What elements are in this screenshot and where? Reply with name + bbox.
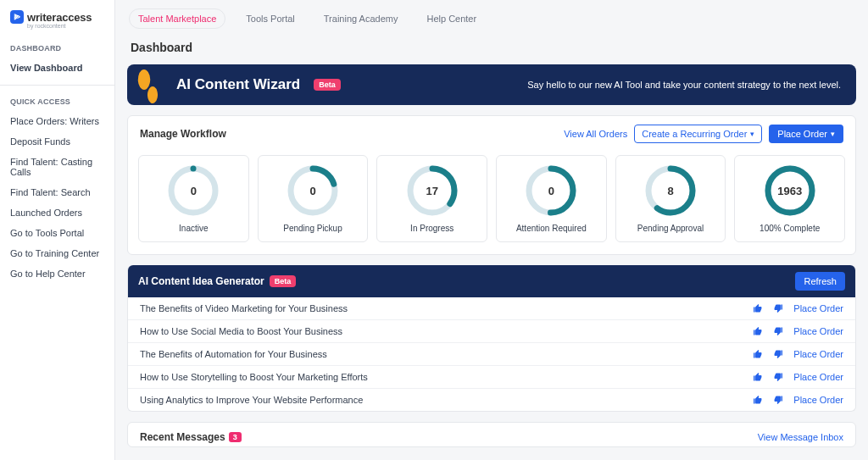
gauge-label: Inactive xyxy=(179,224,208,233)
sidebar-item-help-center[interactable]: Go to Help Center xyxy=(0,263,114,284)
idea-row: Using Analytics to Improve Your Website … xyxy=(128,389,855,411)
tab-training-academy[interactable]: Training Academy xyxy=(315,9,407,28)
idea-place-order-link[interactable]: Place Order xyxy=(793,303,843,313)
sidebar-item-find-talent-search[interactable]: Find Talent: Search xyxy=(0,182,114,202)
top-nav: Talent Marketplace Tools Portal Training… xyxy=(115,0,868,34)
gauge-ring: 0 xyxy=(167,164,220,217)
chevron-down-icon: ▾ xyxy=(750,130,754,138)
sidebar-item-tools-portal[interactable]: Go to Tools Portal xyxy=(0,223,114,243)
ai-wizard-banner[interactable]: AI Content Wizard Beta Say hello to our … xyxy=(127,64,856,105)
place-order-button[interactable]: Place Order ▾ xyxy=(769,125,843,143)
idea-row: How to Use Social Media to Boost Your Bu… xyxy=(128,320,855,343)
thumbs-down-icon[interactable] xyxy=(773,395,783,405)
gauge-label: Attention Required xyxy=(516,224,587,233)
sidebar-item-training-center[interactable]: Go to Training Center xyxy=(0,243,114,263)
idea-place-order-link[interactable]: Place Order xyxy=(793,372,843,382)
create-recurring-order-button[interactable]: Create a Recurring Order ▾ xyxy=(634,125,762,143)
gauge-value: 0 xyxy=(167,164,220,217)
banner-subtitle: Say hello to our new AI Tool and take yo… xyxy=(527,80,841,90)
gauge-ring: 1963 xyxy=(764,164,816,217)
sidebar-head-dashboard: DASHBOARD xyxy=(0,44,114,58)
workflow-gauge[interactable]: 0Inactive xyxy=(138,155,249,242)
tab-talent-marketplace[interactable]: Talent Marketplace xyxy=(129,8,225,29)
button-label: Create a Recurring Order xyxy=(642,129,747,139)
gauge-ring: 17 xyxy=(406,164,459,217)
idea-generator-card: AI Content Idea Generator Beta Refresh T… xyxy=(127,265,856,412)
button-label: Refresh xyxy=(804,276,837,286)
idea-title: Using Analytics to Improve Your Website … xyxy=(140,395,363,405)
thumbs-up-icon[interactable] xyxy=(753,372,763,382)
beta-badge: Beta xyxy=(270,275,297,287)
idea-row: The Benefits of Automation for Your Busi… xyxy=(128,343,855,366)
gauge-value: 0 xyxy=(525,164,577,217)
view-all-orders-link[interactable]: View All Orders xyxy=(564,129,627,139)
logo[interactable]: ⫸ writeraccess by rockcontent xyxy=(0,0,114,36)
idea-title: How to Use Storytelling to Boost Your Ma… xyxy=(140,372,368,382)
idea-title: How to Use Social Media to Boost Your Bu… xyxy=(140,326,342,336)
thumbs-down-icon[interactable] xyxy=(773,372,783,382)
chevron-down-icon: ▾ xyxy=(831,130,835,138)
gauge-ring: 0 xyxy=(287,164,339,217)
main: Talent Marketplace Tools Portal Training… xyxy=(115,0,868,460)
idea-row: The Benefits of Video Marketing for Your… xyxy=(128,297,855,320)
workflow-gauge[interactable]: 0Attention Required xyxy=(496,155,607,242)
gauge-value: 0 xyxy=(287,164,339,217)
beta-badge: Beta xyxy=(314,79,341,91)
thumbs-down-icon[interactable] xyxy=(773,349,783,359)
sidebar-item-casting-calls[interactable]: Find Talent: Casting Calls xyxy=(0,152,114,182)
gauge-label: Pending Approval xyxy=(637,224,704,233)
idea-title: The Benefits of Video Marketing for Your… xyxy=(140,303,348,313)
view-message-inbox-link[interactable]: View Message Inbox xyxy=(758,432,843,442)
gauge-value: 1963 xyxy=(764,164,816,217)
thumbs-down-icon[interactable] xyxy=(773,303,783,313)
sidebar-item-launched-orders[interactable]: Launched Orders xyxy=(0,202,114,223)
idea-place-order-link[interactable]: Place Order xyxy=(793,395,843,405)
gauge-ring: 8 xyxy=(644,164,697,217)
logo-text: writeraccess xyxy=(27,11,92,24)
gauge-value: 17 xyxy=(406,164,459,217)
idea-row: How to Use Storytelling to Boost Your Ma… xyxy=(128,366,855,389)
gauge-label: In Progress xyxy=(410,224,453,233)
workflow-gauge[interactable]: 0Pending Pickup xyxy=(258,155,369,242)
gauge-label: 100% Complete xyxy=(760,224,820,233)
idea-generator-title: AI Content Idea Generator xyxy=(138,275,264,287)
page-title: Dashboard xyxy=(115,34,868,64)
workflow-card: Manage Workflow View All Orders Create a… xyxy=(127,115,856,255)
sidebar-head-quick-access: QUICK ACCESS xyxy=(0,97,114,111)
thumbs-down-icon[interactable] xyxy=(773,326,783,336)
recent-messages-title: Recent Messages xyxy=(140,431,225,443)
divider xyxy=(0,85,114,86)
tab-tools-portal[interactable]: Tools Portal xyxy=(237,9,303,28)
tab-help-center[interactable]: Help Center xyxy=(418,9,485,28)
idea-place-order-link[interactable]: Place Order xyxy=(793,349,843,359)
workflow-title: Manage Workflow xyxy=(140,128,226,140)
sidebar-item-deposit-funds[interactable]: Deposit Funds xyxy=(0,131,114,152)
workflow-gauge[interactable]: 1963100% Complete xyxy=(734,155,845,242)
thumbs-up-icon[interactable] xyxy=(753,395,763,405)
workflow-gauge[interactable]: 17In Progress xyxy=(376,155,487,242)
thumbs-up-icon[interactable] xyxy=(753,303,763,313)
thumbs-up-icon[interactable] xyxy=(753,326,763,336)
refresh-button[interactable]: Refresh xyxy=(795,272,845,291)
sidebar: ⫸ writeraccess by rockcontent DASHBOARD … xyxy=(0,0,115,460)
logo-subtext: by rockcontent xyxy=(27,23,104,29)
banner-title: AI Content Wizard xyxy=(176,76,300,93)
gauge-value: 8 xyxy=(644,164,697,217)
logo-icon: ⫸ xyxy=(10,10,24,24)
workflow-gauge[interactable]: 8Pending Approval xyxy=(615,155,726,242)
sidebar-item-place-orders-writers[interactable]: Place Orders: Writers xyxy=(0,111,114,131)
gauge-ring: 0 xyxy=(525,164,577,217)
message-count-badge: 3 xyxy=(229,432,242,442)
thumbs-up-icon[interactable] xyxy=(753,349,763,359)
button-label: Place Order xyxy=(777,129,827,139)
sidebar-item-view-dashboard[interactable]: View Dashboard xyxy=(0,58,114,78)
idea-title: The Benefits of Automation for Your Busi… xyxy=(140,349,327,359)
recent-messages-card: Recent Messages 3 View Message Inbox xyxy=(127,422,856,447)
gauge-label: Pending Pickup xyxy=(283,224,342,233)
idea-place-order-link[interactable]: Place Order xyxy=(793,326,843,336)
